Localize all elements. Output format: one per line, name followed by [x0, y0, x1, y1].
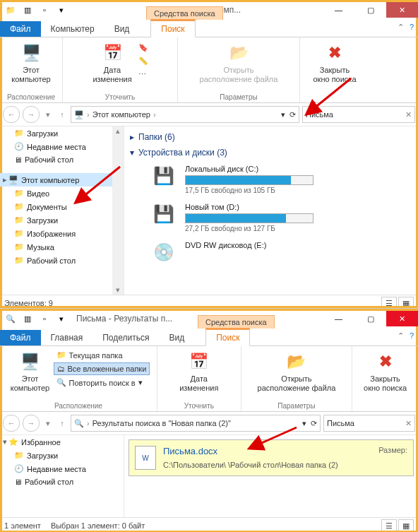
ribbon-collapse-icon[interactable]: ⌃: [398, 23, 404, 32]
size-icon: 📏: [138, 57, 148, 66]
qat-properties-icon[interactable]: ▥: [20, 2, 35, 18]
other-props-button[interactable]: ⋯: [136, 69, 151, 81]
this-pc-button[interactable]: 🖥️ Этот компьютер: [7, 39, 55, 83]
ribbon-tabs: Файл Компьютер Вид Поиск ⌃ ?: [0, 20, 418, 37]
expand-icon[interactable]: ▸: [3, 175, 7, 184]
close-search-button[interactable]: ✖ Закрыть окно поиска: [311, 39, 359, 83]
this-pc-button[interactable]: 🖥️ Этот компьютер: [7, 348, 54, 392]
forward-button[interactable]: →: [23, 106, 40, 123]
qat-dropdown-icon[interactable]: ▾: [54, 311, 69, 326]
tree-item-desktop[interactable]: 🖥Рабочий стол: [0, 475, 124, 488]
result-path: C:\Пользователи\ \Рабочий стол\Новая пап…: [163, 461, 407, 469]
tab-file[interactable]: Файл: [0, 330, 41, 345]
date-modified-button[interactable]: 📅 Дата изменения: [176, 348, 222, 392]
refresh-icon[interactable]: ⟳: [289, 110, 296, 119]
addr-dropdown-icon[interactable]: ▾: [302, 419, 306, 428]
forward-button[interactable]: →: [23, 415, 40, 432]
minimize-button[interactable]: —: [323, 2, 354, 18]
tree-item-music[interactable]: 📁Музыка: [0, 240, 124, 254]
tab-share[interactable]: Поделиться: [92, 330, 159, 345]
view-details-button[interactable]: ☰: [381, 297, 397, 309]
search-box[interactable]: Письма ✕: [302, 106, 415, 123]
tab-search[interactable]: Поиск: [150, 19, 195, 37]
tree-item-desktop2[interactable]: 📁Рабочий стол: [0, 254, 124, 267]
help-icon[interactable]: ?: [410, 23, 414, 32]
tab-computer[interactable]: Компьютер: [41, 21, 104, 37]
tree-item-documents[interactable]: 📁Документы: [0, 200, 124, 213]
folder-icon: 📁: [56, 350, 66, 360]
search-box[interactable]: Письма ✕: [323, 415, 415, 432]
tree-item-video[interactable]: 📁Видео: [0, 187, 124, 200]
tree-item-downloads[interactable]: 📁Загрузки: [0, 126, 124, 140]
minimize-button[interactable]: —: [323, 311, 354, 326]
view-icons-button[interactable]: ▦: [398, 519, 414, 532]
up-button[interactable]: ↑: [56, 415, 68, 431]
tab-home[interactable]: Главная: [41, 330, 93, 345]
open-location-button[interactable]: 📂 Открыть расположение файла: [186, 39, 292, 83]
group-folders[interactable]: ▸Папки (6): [129, 129, 414, 145]
ribbon: 🖥️ Этот компьютер 📁Текущая папка 🗂Все вл…: [0, 346, 418, 412]
drive-c[interactable]: 💾 Локальный диск (C:) 17,5 ГБ свободно и…: [129, 160, 414, 199]
search-again-button[interactable]: 🔍Повторить поиск в▾: [54, 377, 150, 389]
recent-icon: 🕘: [14, 142, 24, 151]
address-bar[interactable]: 🔍› Результаты поиска в "Новая папка (2)"…: [71, 415, 321, 432]
maximize-button[interactable]: ▢: [354, 311, 386, 326]
group-label-refine: Уточнить: [63, 93, 177, 101]
tree-item-favorites[interactable]: ▾⭐Избранное: [0, 435, 124, 449]
tree-item-this-pc[interactable]: ▸🖥️Этот компьютер: [0, 173, 124, 187]
open-location-button[interactable]: 📂 Открыть расположение файла: [247, 348, 346, 392]
tab-view[interactable]: Вид: [159, 330, 194, 345]
qat-dropdown-icon[interactable]: ▾: [54, 2, 69, 18]
drive-dvd[interactable]: 💿 DVD RW дисковод (E:): [129, 237, 414, 268]
clear-search-icon[interactable]: ✕: [405, 110, 412, 119]
history-dropdown[interactable]: ▾: [42, 415, 54, 431]
date-modified-button[interactable]: 📅 Дата изменения: [89, 39, 136, 83]
tree-item-recent[interactable]: 🕘Недавние места: [0, 462, 124, 475]
tab-file[interactable]: Файл: [0, 21, 41, 37]
docx-icon: W: [135, 446, 156, 470]
tree-item-pictures[interactable]: 📁Изображения: [0, 227, 124, 240]
drive-d[interactable]: 💾 Новый том (D:) 27,2 ГБ свободно из 127…: [129, 199, 414, 237]
result-size-label: Размер:: [378, 446, 407, 454]
view-details-button[interactable]: ☰: [381, 519, 397, 532]
group-label-params: Параметры: [241, 402, 352, 410]
history-dropdown[interactable]: ▾: [42, 107, 54, 122]
qat-newfolder-icon[interactable]: ▫: [37, 2, 52, 18]
navigation-pane: 📁Загрузки 🕘Недавние места 🖥Рабочий стол …: [0, 126, 124, 295]
address-bar[interactable]: 🖥️ › Этот компьютер › ▾ ⟳: [71, 106, 299, 123]
back-button[interactable]: ←: [3, 106, 20, 123]
close-search-button[interactable]: ✖ Закрыть окно поиска: [362, 348, 410, 392]
current-folder-button[interactable]: 📁Текущая папка: [54, 349, 150, 361]
all-subfolders-button[interactable]: 🗂Все вложенные папки: [54, 362, 150, 375]
tree-item-downloads[interactable]: 📁Загрузки: [0, 449, 124, 462]
group-drives[interactable]: ▾Устройства и диски (3): [129, 145, 414, 160]
view-icons-button[interactable]: ▦: [398, 297, 414, 309]
close-button[interactable]: ✕: [386, 311, 418, 326]
tree-scrollbar[interactable]: ▴▾: [112, 126, 124, 295]
refresh-icon[interactable]: ⟳: [311, 419, 317, 428]
maximize-button[interactable]: ▢: [354, 2, 386, 18]
tree-item-recent[interactable]: 🕘Недавние места: [0, 140, 124, 153]
close-button[interactable]: ✕: [386, 2, 418, 18]
tree-item-downloads2[interactable]: 📁Загрузки: [0, 213, 124, 227]
status-text: Элементов: 9: [4, 299, 53, 307]
collapse-icon[interactable]: ▾: [3, 437, 7, 447]
addr-dropdown-icon[interactable]: ▾: [281, 110, 285, 119]
help-icon[interactable]: ?: [410, 331, 414, 341]
back-button[interactable]: ←: [3, 415, 20, 432]
ribbon-collapse-icon[interactable]: ⌃: [398, 331, 404, 341]
kind-button[interactable]: 🔖: [136, 42, 151, 54]
size-button[interactable]: 📏: [136, 55, 151, 67]
drive-icon: 💾: [150, 203, 178, 225]
tree-item-desktop[interactable]: 🖥Рабочий стол: [0, 153, 124, 166]
qat-item-icon[interactable]: ▫: [37, 311, 52, 326]
window-controls: — ▢ ✕: [323, 2, 418, 18]
search-again-icon: 🔍: [56, 378, 66, 387]
tab-search[interactable]: Поиск: [205, 328, 250, 346]
group-label-location: Расположение: [0, 93, 62, 101]
tab-view[interactable]: Вид: [104, 21, 140, 37]
up-button[interactable]: ↑: [56, 107, 68, 122]
search-result-item[interactable]: W Размер: Письма.docx C:\Пользователи\ \…: [129, 439, 414, 476]
qat-item-icon[interactable]: ▥: [20, 311, 35, 326]
clear-search-icon[interactable]: ✕: [405, 419, 412, 428]
